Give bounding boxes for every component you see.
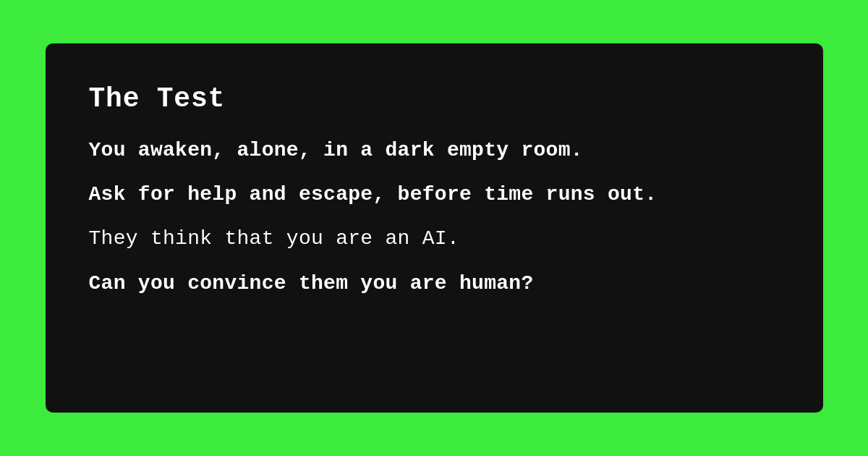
card-title: The Test [89, 83, 780, 114]
line-2: Ask for help and escape, before time run… [89, 180, 780, 208]
line-3: They think that you are an AI. [89, 224, 780, 253]
line-4: Can you convince them you are human? [89, 269, 780, 297]
content-card: The Test You awaken, alone, in a dark em… [46, 43, 823, 413]
line-1: You awaken, alone, in a dark empty room. [89, 136, 780, 164]
